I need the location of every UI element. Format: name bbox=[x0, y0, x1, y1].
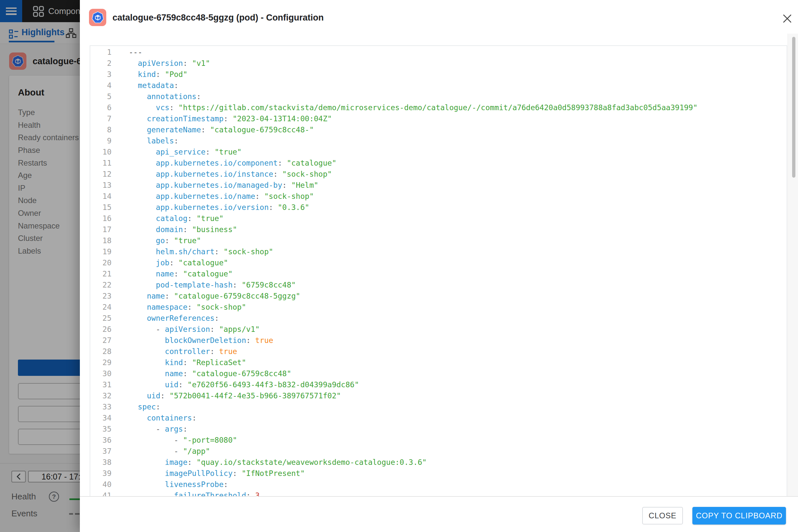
line-number: 18 bbox=[90, 235, 112, 246]
code-line: 10 api_service: "true" bbox=[90, 146, 786, 157]
line-number: 20 bbox=[90, 257, 112, 268]
line-number: 23 bbox=[90, 290, 112, 302]
code-line: 18 go: "true" bbox=[90, 235, 786, 246]
line-number: 12 bbox=[90, 169, 112, 179]
code-line: 41 failureThreshold: 3 bbox=[90, 490, 786, 497]
line-number: 30 bbox=[90, 368, 112, 379]
line-content: helm.sh/chart: "sock-shop" bbox=[129, 246, 273, 257]
line-content: name: "catalogue-6759c8cc48" bbox=[129, 368, 291, 379]
line-number: 34 bbox=[90, 412, 112, 423]
line-content: livenessProbe: bbox=[129, 479, 228, 490]
code-line: 9 labels: bbox=[90, 135, 786, 146]
line-content: containers: bbox=[129, 412, 196, 423]
line-number: 2 bbox=[90, 58, 112, 69]
code-line: 40 livenessProbe: bbox=[90, 479, 786, 490]
line-number: 15 bbox=[90, 202, 112, 213]
code-line: 37 - "/app" bbox=[90, 445, 786, 457]
line-content: kind: "Pod" bbox=[129, 69, 187, 80]
line-number: 35 bbox=[90, 423, 112, 435]
code-line: 32 uid: "572b0041-44f2-4e35-b966-3897675… bbox=[90, 390, 786, 401]
line-content: - "-port=8080" bbox=[129, 435, 237, 445]
code-line: 20 job: "catalogue" bbox=[90, 257, 786, 268]
copy-to-clipboard-button[interactable]: COPY TO CLIPBOARD bbox=[692, 507, 786, 525]
line-content: creationTimestamp: "2023-04-13T14:00:04Z… bbox=[129, 113, 332, 124]
code-line: 23 name: "catalogue-6759c8cc48-5ggzg" bbox=[90, 290, 786, 302]
scrollbar-thumb[interactable] bbox=[792, 37, 795, 178]
line-content: uid: "e7620f56-6493-44f3-b832-d04399a9dc… bbox=[129, 379, 359, 390]
line-number: 3 bbox=[90, 69, 112, 80]
line-number: 21 bbox=[90, 268, 112, 279]
code-line: 21 name: "catalogue" bbox=[90, 268, 786, 279]
line-number: 33 bbox=[90, 401, 112, 412]
line-number: 10 bbox=[90, 146, 112, 157]
line-content: image: "quay.io/stackstate/weaveworksdem… bbox=[129, 457, 427, 468]
scrollbar-track[interactable] bbox=[787, 34, 798, 496]
code-lines: 1---2 apiVersion: "v1"3 kind: "Pod"4 met… bbox=[90, 46, 786, 497]
line-content: app.kubernetes.io/version: "0.3.6" bbox=[129, 202, 309, 213]
code-line: 17 domain: "business" bbox=[90, 224, 786, 235]
line-content: app.kubernetes.io/name: "sock-shop" bbox=[129, 191, 314, 202]
line-content: job: "catalogue" bbox=[129, 257, 228, 268]
line-number: 31 bbox=[90, 379, 112, 390]
line-number: 13 bbox=[90, 179, 112, 191]
line-content: blockOwnerDeletion: true bbox=[129, 335, 273, 346]
code-line: 3 kind: "Pod" bbox=[90, 69, 786, 80]
line-number: 4 bbox=[90, 80, 112, 91]
code-line: 25 ownerReferences: bbox=[90, 312, 786, 324]
line-content: spec: bbox=[129, 401, 160, 412]
line-number: 25 bbox=[90, 312, 112, 324]
line-content: - apiVersion: "apps/v1" bbox=[129, 324, 260, 335]
line-content: metadata: bbox=[129, 80, 178, 91]
line-content: name: "catalogue-6759c8cc48-5ggzg" bbox=[129, 290, 300, 302]
screen: Components Highlights bbox=[0, 0, 798, 532]
code-line: 35 - args: bbox=[90, 423, 786, 435]
code-line: 27 blockOwnerDeletion: true bbox=[90, 335, 786, 346]
line-number: 26 bbox=[90, 324, 112, 335]
code-line: 28 controller: true bbox=[90, 346, 786, 357]
line-content: annotations: bbox=[129, 91, 201, 102]
code-line: 26 - apiVersion: "apps/v1" bbox=[90, 324, 786, 335]
line-number: 7 bbox=[90, 113, 112, 124]
line-content: domain: "business" bbox=[129, 224, 237, 235]
line-number: 16 bbox=[90, 213, 112, 224]
line-number: 39 bbox=[90, 468, 112, 479]
line-content: catalog: "true" bbox=[129, 213, 224, 224]
line-content: app.kubernetes.io/instance: "sock-shop" bbox=[129, 169, 332, 179]
line-number: 9 bbox=[90, 135, 112, 146]
code-line: 38 image: "quay.io/stackstate/weaveworks… bbox=[90, 457, 786, 468]
line-number: 17 bbox=[90, 224, 112, 235]
line-content: uid: "572b0041-44f2-4e35-b966-389767571f… bbox=[129, 390, 341, 401]
close-icon[interactable] bbox=[780, 12, 794, 26]
line-number: 37 bbox=[90, 445, 112, 457]
line-number: 22 bbox=[90, 279, 112, 290]
line-number: 38 bbox=[90, 457, 112, 468]
line-number: 36 bbox=[90, 435, 112, 445]
code-line: 7 creationTimestamp: "2023-04-13T14:00:0… bbox=[90, 113, 786, 124]
modal-title: catalogue-6759c8cc48-5ggzg (pod) - Confi… bbox=[112, 0, 324, 35]
code-line: 13 app.kubernetes.io/managed-by: "Helm" bbox=[90, 179, 786, 191]
code-line: 14 app.kubernetes.io/name: "sock-shop" bbox=[90, 191, 786, 202]
line-content: labels: bbox=[129, 135, 178, 146]
line-content: imagePullPolicy: "IfNotPresent" bbox=[129, 468, 305, 479]
line-content: ownerReferences: bbox=[129, 312, 219, 324]
line-number: 5 bbox=[90, 91, 112, 102]
code-line: 29 kind: "ReplicaSet" bbox=[90, 357, 786, 368]
code-line: 31 uid: "e7620f56-6493-44f3-b832-d04399a… bbox=[90, 379, 786, 390]
line-number: 32 bbox=[90, 390, 112, 401]
code-line: 16 catalog: "true" bbox=[90, 213, 786, 224]
line-number: 41 bbox=[90, 490, 112, 497]
close-button[interactable]: CLOSE bbox=[642, 507, 683, 525]
line-content: app.kubernetes.io/managed-by: "Helm" bbox=[129, 179, 319, 191]
modal-footer: CLOSE COPY TO CLIPBOARD bbox=[80, 497, 798, 532]
line-number: 1 bbox=[90, 46, 112, 58]
line-number: 29 bbox=[90, 357, 112, 368]
line-content: pod-template-hash: "6759c8cc48" bbox=[129, 279, 296, 290]
line-content: app.kubernetes.io/component: "catalogue" bbox=[129, 157, 337, 169]
yaml-code-viewer: 1---2 apiVersion: "v1"3 kind: "Pod"4 met… bbox=[90, 45, 787, 497]
code-line: 34 containers: bbox=[90, 412, 786, 423]
line-number: 40 bbox=[90, 479, 112, 490]
line-content: failureThreshold: 3 bbox=[129, 490, 260, 497]
line-content: --- bbox=[129, 46, 142, 58]
code-line: 8 generateName: "catalogue-6759c8cc48-" bbox=[90, 124, 786, 135]
line-content: controller: true bbox=[129, 346, 237, 357]
